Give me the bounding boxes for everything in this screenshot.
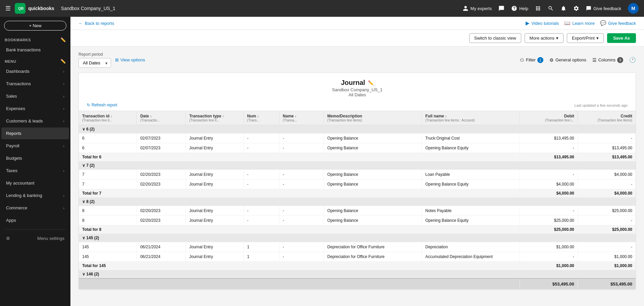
report-subtitle: Sandbox Company_US_1 bbox=[87, 87, 628, 92]
menu-edit-icon[interactable]: ✏️ bbox=[60, 59, 66, 64]
sidebar-item-taxes[interactable]: Taxes › bbox=[1, 165, 69, 176]
table-row[interactable]: 702/20/2023Journal Entry--Opening Balanc… bbox=[79, 180, 636, 189]
table-row[interactable]: 802/20/2023Journal Entry--Opening Balanc… bbox=[79, 216, 636, 225]
search-icon[interactable] bbox=[548, 5, 554, 11]
my-experts-label: My experts bbox=[471, 6, 492, 11]
bookmarks-edit-icon[interactable]: ✏️ bbox=[60, 37, 66, 42]
table-row[interactable]: 602/07/2023Journal Entry--Opening Balanc… bbox=[79, 143, 636, 153]
subheader: ← Back to reports ▶ Video tutorials 📖 Le… bbox=[70, 17, 644, 30]
hamburger-icon[interactable]: ☰ bbox=[5, 5, 11, 12]
date-select[interactable]: All Dates bbox=[78, 58, 111, 68]
export-print-button[interactable]: Export/Print ▾ bbox=[567, 33, 604, 43]
sidebar-item-my-accountant[interactable]: My accountant bbox=[1, 177, 69, 189]
table-row[interactable]: 14506/21/2024Journal Entry1-Depreciation… bbox=[79, 252, 636, 262]
learn-more-link[interactable]: 📖 Learn more bbox=[564, 20, 594, 26]
report-toolbar: Switch to classic view More actions ▾ Ex… bbox=[70, 30, 644, 47]
my-experts-button[interactable]: My experts bbox=[463, 5, 492, 11]
group-header-row-146[interactable]: ∨ 146 (2) bbox=[79, 270, 636, 279]
payroll-chevron-icon: › bbox=[63, 144, 64, 148]
filter-button[interactable]: ⚇ Filter 1 bbox=[520, 57, 543, 63]
back-to-reports-link[interactable]: ← Back to reports bbox=[78, 21, 114, 26]
refresh-icon: ↻ bbox=[87, 103, 90, 107]
svg-text:QB: QB bbox=[18, 6, 24, 10]
sidebar-item-bank-transactions[interactable]: Bank transactions bbox=[1, 44, 69, 56]
more-actions-button[interactable]: More actions ▾ bbox=[525, 33, 564, 43]
table-row[interactable]: 14506/21/2024Journal Entry1-Depreciation… bbox=[79, 242, 636, 252]
sidebar-item-commerce[interactable]: Commerce › bbox=[1, 202, 69, 214]
pencil-edit-icon[interactable]: ✏️ bbox=[368, 80, 374, 86]
group-total-row: Total for 7$4,000.00$4,000.00 bbox=[79, 189, 636, 198]
sidebar-item-budgets[interactable]: Budgets bbox=[1, 152, 69, 164]
group-header-row[interactable]: ∨ 145 (2) bbox=[79, 234, 636, 242]
back-to-reports-label: Back to reports bbox=[85, 21, 114, 26]
report-title: Journal ✏️ bbox=[87, 79, 628, 87]
last-updated-text: Last updated a few seconds ago bbox=[575, 103, 628, 107]
give-feedback-link[interactable]: 💬 Give feedback bbox=[600, 20, 636, 26]
grand-total-row: $53,495.00$53,495.00 bbox=[79, 278, 636, 290]
columns-button[interactable]: ☰ Columns 9 bbox=[592, 57, 623, 63]
top-navigation: ☰ QB quickbooks Sandbox Company_US_1 My … bbox=[0, 0, 644, 17]
col-header-memo[interactable]: Memo/Description (Transaction line items… bbox=[324, 111, 422, 125]
transactions-chevron-icon: › bbox=[63, 82, 64, 86]
table-row[interactable]: 802/20/2023Journal Entry--Opening Balanc… bbox=[79, 206, 636, 216]
sidebar-item-lending-banking[interactable]: Lending & banking › bbox=[1, 190, 69, 201]
table-row[interactable]: 602/07/2023Journal Entry--Opening Balanc… bbox=[79, 134, 636, 143]
columns-icon: ☰ bbox=[592, 57, 597, 63]
company-name: Sandbox Company_US_1 bbox=[61, 6, 115, 11]
help-button[interactable]: Help bbox=[511, 5, 528, 11]
col-header-num[interactable]: Num ↕ (Trans... bbox=[244, 111, 279, 125]
col-header-name[interactable]: Name ↕ (Transa... bbox=[279, 111, 324, 125]
columns-count-badge: 9 bbox=[617, 57, 623, 63]
sidebar-item-transactions[interactable]: Transactions › bbox=[1, 78, 69, 90]
general-options-button[interactable]: ⚙ General options bbox=[549, 57, 586, 63]
menu-section-header[interactable]: MENU ✏️ bbox=[0, 56, 70, 65]
table-row[interactable]: 702/20/2023Journal Entry--Opening Balanc… bbox=[79, 170, 636, 180]
grand-total-credit: $53,495.00 bbox=[578, 278, 636, 290]
bookmarks-section-header[interactable]: BOOKMARKS ✏️ bbox=[0, 35, 70, 44]
book-icon: 📖 bbox=[564, 20, 571, 26]
settings-gear-icon[interactable] bbox=[573, 5, 579, 11]
sidebar-item-expenses[interactable]: Expenses › bbox=[1, 103, 69, 114]
menu-settings-item[interactable]: ⚙ Menu settings bbox=[1, 233, 69, 244]
table-header-row: Transaction id ↕ (Transaction line it...… bbox=[79, 111, 636, 125]
journal-table: Transaction id ↕ (Transaction line it...… bbox=[79, 111, 636, 290]
sidebar-item-sales[interactable]: Sales › bbox=[1, 90, 69, 102]
report-header: Journal ✏️ Sandbox Company_US_1 All Date… bbox=[79, 73, 636, 101]
clock-icon: 🕐 bbox=[629, 57, 636, 63]
sidebar: + New BOOKMARKS ✏️ Bank transactions MEN… bbox=[0, 17, 70, 306]
sidebar-item-customers-leads[interactable]: Customers & leads › bbox=[1, 115, 69, 127]
sidebar-item-payroll[interactable]: Payroll › bbox=[1, 140, 69, 152]
clock-icon-button[interactable]: 🕐 bbox=[629, 57, 636, 63]
save-as-button[interactable]: Save As bbox=[607, 33, 636, 43]
sidebar-item-dashboards[interactable]: Dashboards › bbox=[1, 65, 69, 77]
group-header-row[interactable]: ∨ 6 (2) bbox=[79, 125, 636, 134]
report-date: All Dates bbox=[87, 92, 628, 97]
help-label: Help bbox=[519, 6, 528, 11]
video-tutorials-link[interactable]: ▶ Video tutorials bbox=[526, 20, 559, 26]
col-header-type[interactable]: Transaction type ↑ (Transaction line it.… bbox=[186, 111, 244, 125]
view-options-button[interactable]: ⊞ View options bbox=[115, 57, 145, 62]
sidebar-item-apps[interactable]: Apps bbox=[1, 214, 69, 226]
topnav-actions: My experts Help Give feedback M bbox=[463, 3, 639, 14]
apps-grid-icon[interactable] bbox=[535, 5, 541, 11]
taxes-chevron-icon: › bbox=[63, 169, 64, 173]
give-feedback-button[interactable]: Give feedback bbox=[586, 6, 621, 11]
col-header-txnid[interactable]: Transaction id ↕ (Transaction line it... bbox=[79, 111, 137, 125]
col-header-fullname[interactable]: Full name ↕ (Transaction line items : Ac… bbox=[422, 111, 520, 125]
new-button[interactable]: + New bbox=[4, 21, 66, 31]
group-header-row[interactable]: ∨ 8 (2) bbox=[79, 198, 636, 206]
col-header-date[interactable]: Date ↕ (Transactio... bbox=[137, 111, 186, 125]
subheader-actions: ▶ Video tutorials 📖 Learn more 💬 Give fe… bbox=[526, 20, 636, 26]
customers-chevron-icon: › bbox=[63, 119, 64, 123]
filter-bar: Report period All Dates ⊞ View options bbox=[78, 52, 636, 68]
user-avatar[interactable]: M bbox=[628, 3, 639, 14]
group-header-row[interactable]: ∨ 7 (2) bbox=[79, 161, 636, 170]
col-header-credit[interactable]: Credit (Transaction line items) bbox=[578, 111, 636, 125]
report-meta-row: ↻ Refresh report Last updated a few seco… bbox=[79, 101, 636, 111]
switch-classic-button[interactable]: Switch to classic view bbox=[469, 33, 521, 43]
sidebar-item-reports[interactable]: Reports bbox=[1, 128, 69, 139]
notification-bell-icon[interactable] bbox=[560, 5, 567, 11]
refresh-report-link[interactable]: ↻ Refresh report bbox=[87, 103, 117, 107]
col-header-debit[interactable]: Debit (Transaction line i... bbox=[520, 111, 578, 125]
megaphone-icon[interactable] bbox=[498, 5, 504, 11]
